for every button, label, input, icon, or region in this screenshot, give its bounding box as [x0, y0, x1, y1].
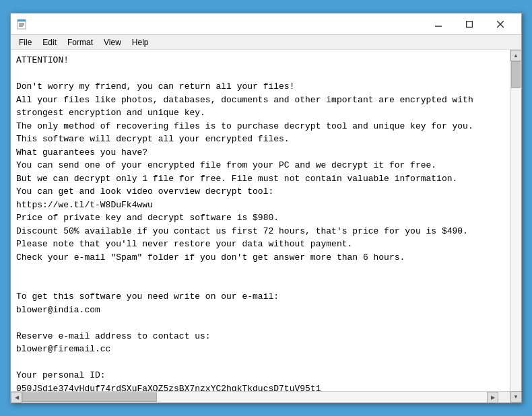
horizontal-scrollbar[interactable]: ◀ ▶ — [11, 391, 510, 403]
vertical-scrollbar[interactable]: ▲ ▼ — [510, 50, 521, 403]
scrollbar-corner — [498, 392, 510, 403]
content-area: ◀ ▶ ▲ ▼ — [11, 50, 521, 403]
scroll-x-thumb[interactable] — [22, 392, 157, 402]
app-icon — [16, 19, 27, 30]
scroll-left-button[interactable]: ◀ — [11, 392, 22, 403]
scroll-y-track[interactable] — [510, 61, 521, 391]
menu-format[interactable]: Format — [62, 35, 98, 49]
scroll-down-button[interactable]: ▼ — [510, 391, 522, 403]
menu-file[interactable]: File — [13, 35, 37, 49]
menu-edit[interactable]: Edit — [37, 35, 62, 49]
text-container: ◀ ▶ — [11, 50, 510, 403]
notepad-window: File Edit Format View Help ◀ ▶ ▲ ▼ — [10, 13, 522, 403]
menu-help[interactable]: Help — [127, 35, 154, 49]
title-bar — [11, 13, 521, 35]
svg-rect-6 — [467, 21, 473, 27]
text-editor[interactable] — [11, 50, 510, 391]
menu-bar: File Edit Format View Help — [11, 35, 521, 50]
scroll-right-button[interactable]: ▶ — [487, 392, 498, 403]
close-button[interactable] — [485, 13, 516, 35]
scroll-y-thumb[interactable] — [511, 61, 521, 88]
minimize-button[interactable] — [423, 13, 454, 35]
window-controls — [423, 13, 516, 35]
maximize-button[interactable] — [454, 13, 485, 35]
scroll-up-button[interactable]: ▲ — [510, 50, 522, 61]
menu-view[interactable]: View — [98, 35, 127, 49]
svg-rect-1 — [18, 20, 26, 22]
scroll-x-track[interactable] — [22, 392, 487, 403]
